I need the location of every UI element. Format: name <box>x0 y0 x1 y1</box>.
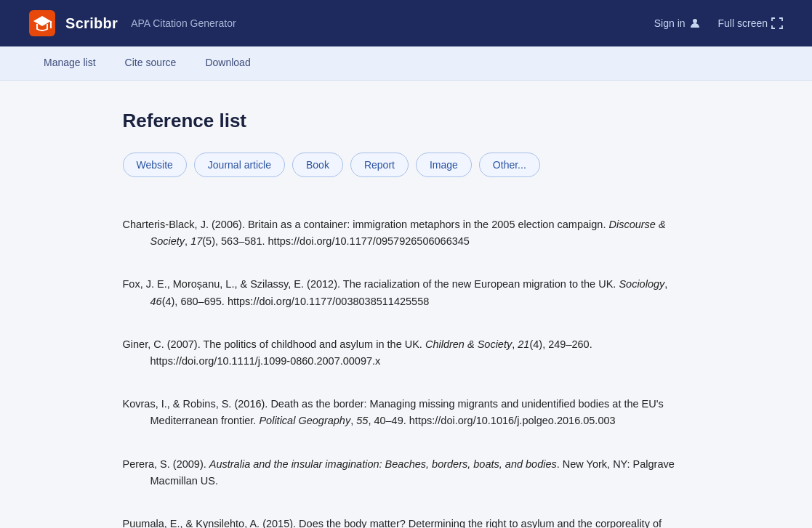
reference-entry: Fox, J. E., Moroșanu, L., & Szilassy, E.… <box>123 263 690 322</box>
source-btn-report[interactable]: Report <box>350 153 409 177</box>
source-type-buttons: Website Journal article Book Report Imag… <box>123 153 690 177</box>
sign-in-button[interactable]: Sign in <box>654 17 701 29</box>
source-btn-website[interactable]: Website <box>123 153 187 177</box>
reference-text: Puumala, E., & Kynsilehto, A. (2015). Do… <box>123 516 690 528</box>
reference-entry: Charteris-Black, J. (2006). Britain as a… <box>123 203 690 263</box>
header-right: Sign in Full screen <box>654 17 783 29</box>
scribbr-logo-icon <box>29 10 55 36</box>
source-btn-image[interactable]: Image <box>416 153 472 177</box>
svg-point-2 <box>693 19 697 23</box>
source-btn-journal-article[interactable]: Journal article <box>194 153 285 177</box>
main-content: Reference list Website Journal article B… <box>79 81 733 528</box>
reference-text: Perera, S. (2009). Australia and the ins… <box>123 456 690 490</box>
logo-name: Scribbr <box>65 15 118 32</box>
reference-entry: Giner, C. (2007). The politics of childh… <box>123 323 690 383</box>
fullscreen-button[interactable]: Full screen <box>718 17 783 29</box>
source-btn-other[interactable]: Other... <box>479 153 540 177</box>
reference-text: Kovras, I., & Robins, S. (2016). Death a… <box>123 396 690 429</box>
reference-text: Fox, J. E., Moroșanu, L., & Szilassy, E.… <box>123 276 690 309</box>
reference-entry: Puumala, E., & Kynsilehto, A. (2015). Do… <box>123 503 690 528</box>
nav-bar: Manage list Cite source Download <box>0 46 812 81</box>
reference-text: Charteris-Black, J. (2006). Britain as a… <box>123 216 690 250</box>
fullscreen-label: Full screen <box>718 17 768 29</box>
reference-entry: Perera, S. (2009). Australia and the ins… <box>123 443 690 503</box>
header-left: Scribbr APA Citation Generator <box>29 10 236 36</box>
app-subtitle: APA Citation Generator <box>131 17 236 29</box>
nav-manage-list[interactable]: Manage list <box>29 46 110 80</box>
reference-list: Charteris-Black, J. (2006). Britain as a… <box>123 203 690 528</box>
fullscreen-icon <box>771 17 783 29</box>
reference-entry: Kovras, I., & Robins, S. (2016). Death a… <box>123 383 690 442</box>
sign-in-label: Sign in <box>654 17 686 29</box>
source-btn-book[interactable]: Book <box>292 153 343 177</box>
page-title: Reference list <box>123 110 690 132</box>
nav-download[interactable]: Download <box>190 46 265 80</box>
nav-cite-source[interactable]: Cite source <box>110 46 191 80</box>
reference-text: Giner, C. (2007). The politics of childh… <box>123 336 690 370</box>
person-icon <box>689 17 701 29</box>
header: Scribbr APA Citation Generator Sign in F… <box>0 0 812 46</box>
